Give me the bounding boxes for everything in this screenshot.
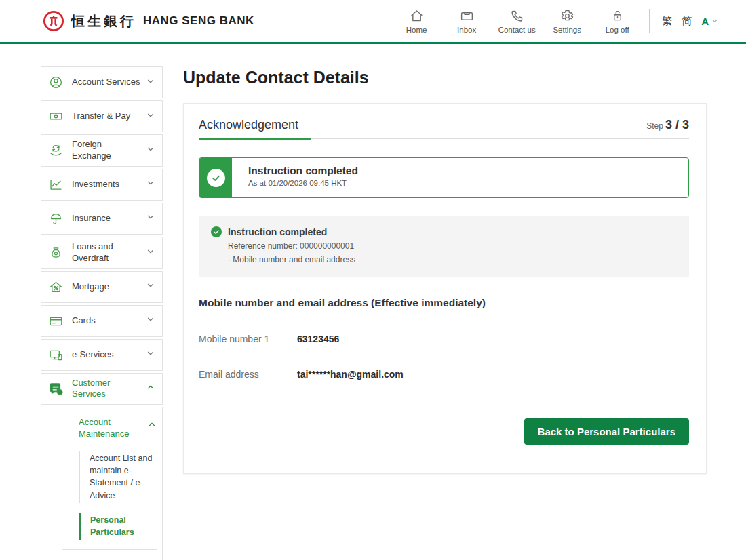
chevron-down-icon [146, 77, 155, 86]
bank-name-chinese: 恒生銀行 [71, 12, 136, 31]
sidebar-item-marketing[interactable]: Marketing [41, 550, 157, 560]
sidebar-item-mortgage[interactable]: Mortgage [41, 271, 163, 303]
inbox-icon [460, 9, 474, 23]
customer-services-icon [49, 382, 63, 396]
foreign-exchange-icon [49, 143, 63, 157]
field-row-email: Email address tai******han@gmail.com [199, 369, 689, 380]
sidebar-item-loans-overdraft[interactable]: Loans and Overdraft [41, 237, 163, 269]
mortgage-house-icon [49, 280, 63, 294]
home-icon [410, 9, 424, 23]
unlock-icon [610, 9, 625, 23]
chevron-down-icon [146, 144, 155, 154]
font-size-selector[interactable]: A [701, 16, 719, 27]
chevron-down-icon [146, 247, 155, 256]
nav-inbox[interactable]: Inbox [441, 9, 492, 34]
sidebar-menu: Account Services Transfer & Pay Foreign … [41, 66, 163, 560]
header-divider [649, 9, 650, 33]
header-nav: Home Inbox Contact us Settings [391, 9, 642, 34]
loans-money-bag-icon [49, 245, 63, 260]
chevron-down-icon [711, 17, 719, 25]
success-badge [199, 158, 232, 197]
banner-timestamp: As at 01/20/2026 09:45 HKT [248, 179, 358, 187]
sidebar-item-e-services[interactable]: e-Services [41, 339, 163, 371]
instruction-summary-box: Instruction completed Reference number: … [199, 216, 689, 277]
chevron-up-icon [146, 382, 155, 392]
sidebar-item-foreign-exchange[interactable]: Foreign Exchange [41, 134, 163, 167]
chevron-down-icon [146, 212, 155, 222]
chevron-down-icon [146, 348, 155, 358]
success-banner: Instruction completed As at 01/20/2026 0… [199, 157, 689, 198]
nav-contact-us[interactable]: Contact us [492, 9, 542, 34]
sidebar-item-account-maintenance[interactable]: Account Maintenance [41, 417, 157, 440]
check-icon [213, 228, 220, 235]
reference-number: Reference number: 000000000001 [228, 241, 677, 251]
investments-icon [49, 178, 63, 192]
sidebar-item-personal-particulars[interactable]: Personal Particulars [79, 513, 157, 540]
sidebar-item-transfer-pay[interactable]: Transfer & Pay [41, 100, 163, 132]
banner-title: Instruction completed [248, 165, 358, 177]
chevron-up-icon [147, 420, 157, 429]
chevron-down-icon [146, 281, 155, 290]
sidebar-item-account-list-estatement[interactable]: Account List and maintain e-Statement / … [79, 451, 157, 503]
lang-traditional-chinese[interactable]: 繁 [662, 15, 672, 28]
section-title: Mobile number and email address (Effecti… [199, 297, 689, 309]
bank-logo[interactable]: 恒生銀行 HANG SENG BANK [43, 10, 254, 32]
summary-title: Instruction completed [228, 226, 327, 237]
sidebar-item-investments[interactable]: Investments [41, 169, 163, 201]
phone-icon [510, 9, 524, 23]
chevron-down-icon [146, 315, 155, 324]
field-row-mobile: Mobile number 1 63123456 [199, 334, 689, 344]
customer-services-submenu: Account Maintenance Account List and mai… [41, 407, 163, 560]
sidebar-item-insurance[interactable]: Insurance [41, 203, 163, 235]
lang-simplified-chinese[interactable]: 简 [682, 15, 692, 28]
gear-icon [560, 9, 574, 23]
tab-acknowledgement: Acknowledgement [199, 118, 298, 132]
acknowledgement-card: Acknowledgement Step3 / 3 Instruction co… [183, 103, 707, 474]
e-services-devices-icon [49, 348, 63, 362]
step-indicator: Step3 / 3 [646, 118, 689, 132]
chevron-down-icon [146, 111, 155, 120]
tab-underline [199, 138, 689, 139]
back-to-personal-particulars-button[interactable]: Back to Personal Particulars [524, 418, 689, 445]
mobile-number-value: 63123456 [297, 334, 339, 344]
top-header: 恒生銀行 HANG SENG BANK Home Inbox Contact [0, 0, 746, 44]
mobile-number-label: Mobile number 1 [199, 334, 297, 344]
email-address-label: Email address [199, 369, 297, 380]
sidebar-item-cards[interactable]: Cards [41, 305, 163, 337]
hang-seng-logo-icon [43, 10, 64, 32]
check-icon [211, 173, 221, 183]
nav-log-off[interactable]: Log off [592, 9, 642, 34]
card-divider [199, 399, 689, 399]
chevron-down-icon [146, 178, 155, 188]
transfer-pay-icon [49, 109, 63, 123]
summary-item: - Mobile number and email address [228, 255, 677, 264]
nav-settings[interactable]: Settings [542, 9, 592, 34]
insurance-umbrella-icon [49, 212, 63, 226]
bank-name-english: HANG SENG BANK [143, 14, 254, 28]
account-services-icon [49, 75, 63, 89]
credit-card-icon [49, 314, 63, 328]
sidebar-item-account-services[interactable]: Account Services [41, 66, 163, 98]
page-title: Update Contact Details [183, 68, 707, 87]
email-address-value: tai******han@gmail.com [297, 369, 404, 380]
nav-home[interactable]: Home [391, 9, 441, 34]
sidebar-item-customer-services[interactable]: Customer Services [41, 373, 163, 405]
